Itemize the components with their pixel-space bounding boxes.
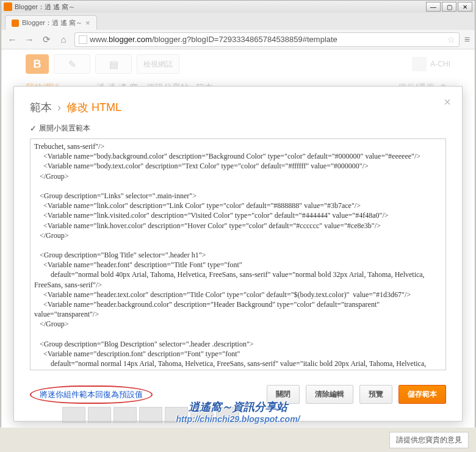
posts-button[interactable]: ▤ [95, 54, 132, 74]
browser-tab[interactable]: Blogger：逍 遙 窩～ × [5, 15, 97, 30]
minimize-button[interactable]: — [426, 2, 441, 12]
tab-strip: Blogger：逍 遙 窩～ × [1, 13, 475, 30]
url-bar: ← → ⟳ ⌂ www.blogger.com/blogger.g?blogID… [1, 30, 475, 49]
bookmark-star-icon[interactable]: ☆ [447, 35, 455, 45]
bc-current: 修改 HTML [67, 101, 121, 113]
thumbnail [114, 407, 137, 423]
window-titlebar: Blogger：逍 遙 窩～ — ▢ ✕ [1, 1, 475, 13]
edit-html-modal: × 範本 › 修改 HTML ✓ 展開小裝置範本 將迷你組件範本回復為預設值 關… [13, 86, 463, 422]
window-title: Blogger：逍 遙 窩～ [15, 2, 75, 12]
page-icon [79, 35, 87, 44]
forward-button[interactable]: → [23, 34, 35, 46]
thumbnail [165, 407, 188, 423]
tab-close-icon[interactable]: × [85, 18, 90, 27]
back-button[interactable]: ← [6, 34, 18, 46]
breadcrumb: 範本 › 修改 HTML [30, 100, 446, 115]
maximize-button[interactable]: ▢ [442, 2, 456, 12]
expand-widgets-checkbox[interactable]: ✓ 展開小裝置範本 [30, 123, 446, 134]
html-editor[interactable] [30, 138, 446, 370]
chevron-right-icon: › [57, 101, 61, 113]
tab-label: Blogger：逍 遙 窩～ [22, 18, 82, 27]
home-button[interactable]: ⌂ [57, 34, 70, 46]
bottom-bar: 請提供您寶貴的意見 [0, 428, 476, 452]
thumbnail [216, 407, 239, 423]
chrome-icon [4, 2, 12, 11]
address-bar[interactable]: www.blogger.com/blogger.g?blogID=7293334… [74, 32, 460, 47]
check-icon: ✓ [30, 124, 37, 133]
thumbnail [62, 407, 85, 423]
compose-button[interactable]: ✎ [54, 54, 90, 74]
menu-icon[interactable]: ≡ [464, 34, 470, 45]
avatar[interactable] [412, 57, 427, 71]
checkbox-label: 展開小裝置範本 [39, 123, 90, 134]
thumbnail [190, 407, 214, 423]
thumbnail [139, 407, 162, 423]
bc-root[interactable]: 範本 [30, 101, 52, 113]
reload-button[interactable]: ⟳ [40, 34, 52, 46]
thumbnail [88, 407, 111, 423]
preview-button[interactable]: 預覽 [359, 385, 392, 404]
close-window-button[interactable]: ✕ [458, 2, 472, 12]
blogger-logo-icon[interactable]: B [26, 54, 49, 74]
feedback-button[interactable]: 請提供您寶貴的意見 [389, 432, 469, 448]
save-template-button[interactable]: 儲存範本 [398, 385, 446, 404]
view-blog-button[interactable]: 檢視網誌 [137, 54, 179, 74]
blogger-favicon [12, 20, 19, 27]
reset-widgets-link[interactable]: 將迷你組件範本回復為預設值 [30, 386, 153, 404]
clear-edits-button[interactable]: 清除編輯 [306, 385, 353, 404]
blogger-header: B ✎ ▤ 檢視網誌 A-CHI [1, 49, 475, 79]
thumbnail-strip [62, 407, 239, 423]
close-button[interactable]: 關閉 [267, 385, 300, 404]
url-text: www.blogger.com/blogger.g?blogID=7293334… [90, 35, 337, 44]
username: A-CHI [430, 60, 450, 68]
modal-close-icon[interactable]: × [444, 95, 451, 109]
